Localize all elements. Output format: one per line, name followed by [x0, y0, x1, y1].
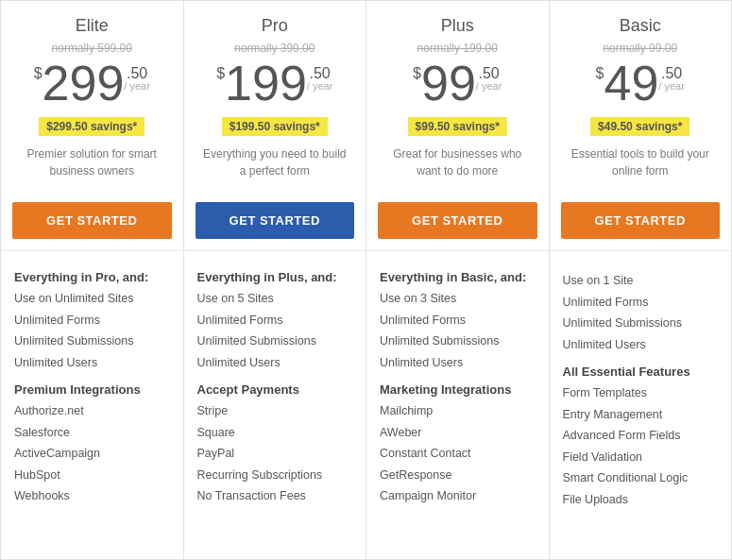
feature-item-basic-1-1: Entry Management [563, 404, 719, 426]
plan-header-plus: Plusnormally 199.00$99.50/ year$99.50 sa… [366, 1, 549, 202]
price-main-pro: 199 [225, 59, 307, 108]
get-started-btn-basic[interactable]: GET STARTED [561, 202, 721, 239]
price-main-basic: 49 [604, 59, 659, 108]
feature-item-plus-0-3: Unlimited Users [380, 352, 536, 374]
divider-pro [184, 250, 366, 251]
get-started-btn-pro[interactable]: GET STARTED [196, 202, 355, 239]
get-started-btn-elite[interactable]: GET STARTED [12, 202, 172, 239]
feature-item-basic-0-0: Use on 1 Site [563, 270, 719, 292]
plan-header-pro: Pronormally 399.00$199.50/ year$199.50 s… [184, 1, 366, 202]
feature-item-plus-1-4: Campaign Monitor [380, 485, 536, 507]
feature-group-title-pro-0: Everything in Plus, and: [197, 270, 353, 284]
feature-group-pro-0: Everything in Plus, and:Use on 5 SitesUn… [197, 270, 353, 373]
plan-desc-elite: Premier solution for smart business owne… [12, 145, 172, 191]
feature-item-plus-0-1: Unlimited Forms [380, 310, 536, 331]
plan-col-pro: Pronormally 399.00$199.50/ year$199.50 s… [184, 1, 367, 559]
feature-group-pro-1: Accept PaymentsStripeSquarePayPalRecurri… [197, 382, 353, 507]
price-year-elite: / year [124, 81, 150, 92]
features-basic: Use on 1 SiteUnlimited FormsUnlimited Su… [550, 261, 732, 559]
feature-item-elite-1-4: Webhooks [14, 485, 170, 507]
feature-item-pro-1-4: No Transaction Fees [197, 485, 353, 507]
feature-item-elite-0-1: Unlimited Forms [14, 310, 170, 331]
feature-item-pro-0-2: Unlimited Submissions [197, 331, 353, 352]
feature-item-plus-1-3: GetResponse [380, 465, 536, 486]
feature-item-plus-0-2: Unlimited Submissions [380, 331, 536, 352]
feature-group-title-basic-1: All Essential Features [563, 365, 719, 379]
feature-item-elite-1-3: HubSpot [14, 465, 170, 486]
feature-item-elite-0-2: Unlimited Submissions [14, 331, 170, 352]
feature-item-basic-1-3: Field Validation [563, 447, 719, 468]
feature-item-plus-1-0: Mailchimp [380, 400, 536, 422]
price-row-plus: $99.50/ year [378, 59, 537, 108]
feature-item-plus-0-0: Use on 3 Sites [380, 288, 536, 310]
feature-group-title-plus-0: Everything in Basic, and: [380, 270, 536, 284]
plan-header-basic: Basicnormally 99.00$49.50/ year$49.50 sa… [550, 1, 732, 202]
feature-group-elite-0: Everything in Pro, and:Use on Unlimited … [14, 270, 170, 373]
feature-item-pro-1-0: Stripe [197, 400, 353, 422]
dollar-sign-elite: $ [34, 66, 43, 81]
feature-item-elite-0-3: Unlimited Users [14, 352, 170, 374]
plan-desc-pro: Everything you need to build a perfect f… [196, 145, 355, 191]
price-year-plus: / year [476, 81, 502, 92]
original-price-pro: normally 399.00 [196, 42, 355, 55]
plan-col-plus: Plusnormally 199.00$99.50/ year$99.50 sa… [366, 1, 550, 559]
feature-item-elite-1-0: Authorize.net [14, 400, 170, 422]
savings-badge-pro: $199.50 savings* [222, 117, 328, 136]
price-row-elite: $299.50/ year [12, 59, 172, 108]
savings-wrapper-basic: $49.50 savings* [561, 113, 721, 145]
price-cents-elite: .50 [124, 66, 150, 81]
feature-group-title-elite-1: Premium Integrations [14, 382, 170, 397]
savings-wrapper-elite: $299.50 savings* [12, 113, 172, 145]
feature-item-basic-1-0: Form Templates [563, 382, 719, 404]
plan-name-basic: Basic [561, 16, 721, 36]
feature-item-plus-1-1: AWeber [380, 422, 536, 444]
divider-elite [1, 250, 183, 251]
plan-name-pro: Pro [196, 16, 355, 36]
features-pro: Everything in Plus, and:Use on 5 SitesUn… [184, 261, 366, 559]
get-started-btn-plus[interactable]: GET STARTED [378, 202, 537, 239]
savings-wrapper-pro: $199.50 savings* [196, 113, 355, 145]
savings-badge-basic: $49.50 savings* [590, 117, 689, 136]
feature-item-basic-1-2: Advanced Form Fields [563, 425, 719, 447]
feature-item-pro-1-2: PayPal [197, 443, 353, 465]
feature-group-title-plus-1: Marketing Integrations [380, 382, 536, 397]
feature-group-title-pro-1: Accept Payments [197, 382, 353, 397]
dollar-sign-basic: $ [596, 66, 604, 81]
plan-header-elite: Elitenormally 599.00$299.50/ year$299.50… [1, 1, 183, 202]
feature-group-basic-0: Use on 1 SiteUnlimited FormsUnlimited Su… [563, 270, 719, 355]
original-price-basic: normally 99.00 [561, 42, 721, 55]
price-year-basic: / year [658, 81, 685, 92]
features-elite: Everything in Pro, and:Use on Unlimited … [1, 261, 183, 559]
feature-item-basic-1-5: File Uploads [563, 489, 719, 511]
feature-item-pro-0-0: Use on 5 Sites [197, 288, 353, 310]
plan-desc-basic: Essential tools to build your online for… [561, 145, 721, 191]
price-cents-plus: .50 [476, 66, 502, 81]
feature-item-basic-0-2: Unlimited Submissions [563, 313, 719, 334]
feature-item-pro-0-1: Unlimited Forms [197, 310, 353, 331]
price-year-pro: / year [307, 81, 333, 92]
feature-item-plus-1-2: Constant Contact [380, 443, 536, 465]
price-cents-year-elite: .50/ year [124, 66, 150, 92]
feature-item-basic-0-3: Unlimited Users [563, 334, 719, 356]
price-cents-year-plus: .50/ year [476, 66, 502, 92]
plan-desc-plus: Great for businesses who want to do more [378, 145, 537, 191]
feature-group-title-elite-0: Everything in Pro, and: [14, 270, 170, 284]
price-cents-year-pro: .50/ year [307, 66, 333, 92]
price-main-elite: 299 [43, 59, 125, 108]
original-price-elite: normally 599.00 [12, 42, 172, 55]
feature-item-pro-1-3: Recurring Subscriptions [197, 465, 353, 486]
price-cents-basic: .50 [658, 66, 685, 81]
feature-item-pro-1-1: Square [197, 422, 353, 444]
plan-name-elite: Elite [12, 16, 172, 36]
feature-item-elite-1-1: Salesforce [14, 422, 170, 444]
pricing-table: Elitenormally 599.00$299.50/ year$299.50… [0, 0, 732, 560]
price-row-basic: $49.50/ year [561, 59, 721, 108]
feature-item-elite-0-0: Use on Unlimited Sites [14, 288, 170, 310]
feature-group-basic-1: All Essential FeaturesForm TemplatesEntr… [563, 365, 719, 510]
price-row-pro: $199.50/ year [196, 59, 355, 108]
feature-item-pro-0-3: Unlimited Users [197, 352, 353, 374]
divider-plus [366, 250, 549, 251]
savings-badge-elite: $299.50 savings* [39, 117, 145, 136]
dollar-sign-pro: $ [216, 66, 225, 81]
features-plus: Everything in Basic, and:Use on 3 SitesU… [366, 261, 549, 559]
